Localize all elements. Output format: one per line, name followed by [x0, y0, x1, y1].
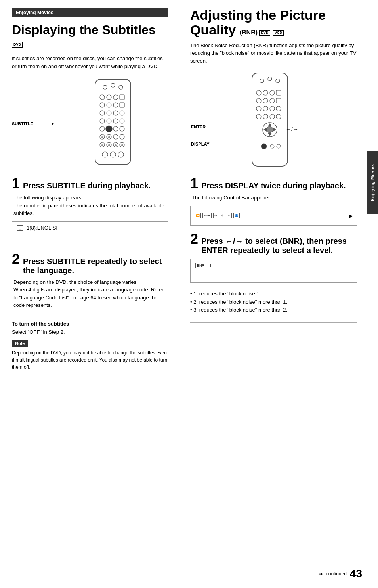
- display-label: DISPLAY: [191, 142, 218, 146]
- left-remote-svg: ⊖ ⊖ ⊖ ⊖ ⊖ ⊖: [58, 77, 168, 169]
- ctrl-icon-3: ⊜: [213, 213, 218, 218]
- step1-heading: 1 Press SUBTITLE during playback.: [12, 176, 168, 191]
- ctrl-icon-1: ⏩: [195, 213, 201, 218]
- svg-point-60: [276, 114, 281, 119]
- right-remote-area: ←/→ ENTER DISPLAY: [190, 71, 357, 170]
- svg-rect-11: [120, 103, 124, 107]
- svg-point-59: [270, 114, 275, 119]
- page-wrapper: Enjoying Movies Displaying the Subtitles…: [0, 0, 378, 588]
- continued-arrow: ➜: [318, 571, 323, 577]
- svg-point-28: [113, 134, 118, 139]
- svg-text:←/→: ←/→: [286, 126, 298, 132]
- vcd-badge-right: VCD: [273, 30, 284, 36]
- note-label: Note: [12, 340, 28, 347]
- svg-point-8: [100, 103, 105, 107]
- svg-point-3: [119, 85, 123, 89]
- svg-point-46: [263, 90, 268, 95]
- divider1: [12, 315, 168, 315]
- svg-point-19: [120, 119, 124, 123]
- svg-text:⊖: ⊖: [108, 144, 111, 147]
- ctrl-icon-2: BNR: [202, 213, 212, 218]
- svg-point-53: [256, 106, 261, 111]
- section-banner: Enjoying Movies: [12, 8, 168, 17]
- svg-point-22: [113, 126, 118, 131]
- svg-point-51: [270, 98, 275, 103]
- page-footer: ➜ continued 43: [318, 567, 362, 580]
- right-divider: [190, 322, 357, 323]
- svg-point-56: [276, 106, 281, 111]
- svg-point-54: [263, 106, 268, 111]
- side-tab: Enjoying Movies: [367, 151, 378, 214]
- svg-point-10: [113, 103, 118, 107]
- svg-point-69: [270, 144, 274, 148]
- svg-point-1: [103, 85, 107, 89]
- svg-point-16: [100, 119, 105, 123]
- svg-marker-66: [273, 128, 276, 132]
- svg-rect-7: [120, 95, 124, 100]
- svg-marker-63: [268, 123, 272, 126]
- svg-text:⊖: ⊖: [101, 144, 104, 147]
- bullet-item-1: 1: reduces the "block noise.": [190, 290, 357, 298]
- svg-point-20: [100, 126, 105, 131]
- svg-point-38: [102, 152, 108, 157]
- bullet-list: 1: reduces the "block noise." 2: reduces…: [190, 290, 357, 314]
- turn-off-body: Select "OFF" in Step 2.: [12, 328, 168, 336]
- svg-point-12: [100, 111, 105, 115]
- svg-point-6: [113, 95, 118, 100]
- svg-point-39: [110, 152, 116, 157]
- svg-point-49: [256, 98, 261, 103]
- svg-point-68: [261, 144, 267, 149]
- subtitle-label-group: SUBTITLE ►: [12, 77, 55, 126]
- svg-point-13: [107, 111, 111, 115]
- svg-point-57: [256, 114, 261, 119]
- intro-text: If subtitles are recorded on the discs, …: [12, 55, 168, 70]
- svg-marker-64: [268, 133, 272, 136]
- dvd-badge: DVD: [12, 42, 23, 48]
- bnr-display-box: BNR 1: [190, 259, 357, 283]
- subtitle-icon: ⊟: [17, 225, 23, 231]
- step2-heading: 2 Press SUBTITLE repeatedly to select th…: [12, 252, 168, 275]
- svg-point-9: [107, 103, 111, 107]
- turn-off-heading: To turn off the subtitles: [12, 321, 168, 327]
- subtitle-display-box: ⊟ 1(8):ENGLISH: [12, 221, 168, 245]
- svg-point-4: [100, 95, 105, 100]
- bullet-item-3: 3: reduces the "block noise" more than 2…: [190, 306, 357, 314]
- svg-point-29: [120, 134, 124, 139]
- svg-point-15: [120, 111, 124, 115]
- svg-point-62: [267, 126, 273, 133]
- svg-point-14: [113, 111, 118, 115]
- bnr-icon: BNR: [195, 263, 206, 268]
- svg-point-58: [263, 114, 268, 119]
- svg-point-50: [263, 98, 268, 103]
- left-column: Enjoying Movies Displaying the Subtitles…: [0, 0, 178, 588]
- bnr-badge: (BNR) DVD VCD: [240, 29, 285, 36]
- right-intro: The Block Noise Reduction (BNR) function…: [190, 42, 357, 65]
- ctrl-icon-6: 👤: [233, 213, 240, 218]
- subtitle-label: SUBTITLE ►: [12, 121, 55, 126]
- svg-point-47: [270, 90, 275, 95]
- left-remote-area: SUBTITLE ►: [12, 77, 168, 169]
- right-step1-body: The following Control Bar appears.: [190, 194, 357, 202]
- svg-point-43: [268, 77, 272, 81]
- enter-label: ENTER: [191, 124, 219, 129]
- svg-point-70: [277, 144, 281, 148]
- svg-rect-52: [276, 98, 281, 103]
- svg-text:⊖: ⊖: [115, 144, 117, 147]
- step1-body: The following display appears. The numbe…: [12, 194, 168, 217]
- svg-point-42: [260, 79, 264, 83]
- bullet-item-2: 2: reduces the "block noise" more than 1…: [190, 298, 357, 306]
- right-column: Adjusting the Picture Quality (BNR) DVD …: [178, 0, 367, 588]
- ctrl-icon-5: ⊜: [227, 213, 232, 218]
- svg-point-5: [107, 95, 111, 100]
- svg-point-40: [118, 152, 124, 157]
- right-remote-svg-wrapper: ←/→ ENTER DISPLAY: [190, 71, 357, 170]
- step2-body: Depending on the DVD, the choice of lang…: [12, 278, 168, 309]
- page-title: Displaying the Subtitles DVD: [12, 23, 168, 51]
- svg-point-44: [276, 79, 280, 83]
- svg-text:⊖: ⊖: [121, 144, 124, 147]
- svg-point-18: [113, 119, 118, 123]
- right-title: Adjusting the Picture Quality (BNR) DVD …: [190, 8, 357, 38]
- svg-point-2: [111, 83, 115, 87]
- svg-marker-65: [263, 128, 267, 132]
- svg-rect-41: [252, 73, 288, 166]
